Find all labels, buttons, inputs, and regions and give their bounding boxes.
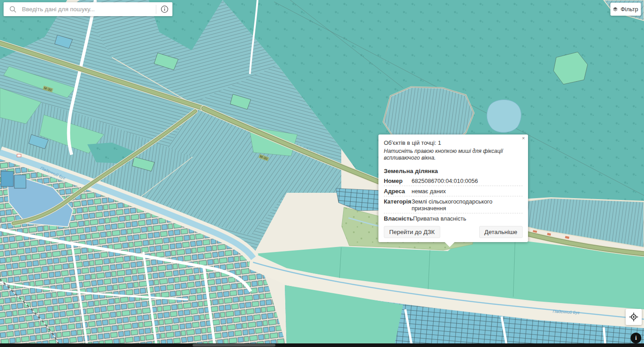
popup-field-row: Номер 6825086700:04:010:0056 [384, 176, 523, 186]
bottom-scrollbar [0, 343, 644, 347]
popup-field-row: Власність Приватна власність [384, 213, 523, 223]
popup-field-value: Землі сільськогосподарського призначення [412, 198, 523, 212]
info-popup: × Об'єктів в цій точці: 1 Натисніть прав… [378, 134, 528, 242]
search-input[interactable] [21, 5, 156, 13]
info-button[interactable]: i [631, 333, 641, 343]
popup-field-label: Номер [384, 178, 412, 184]
popup-field-row: Категорія Землі сільськогосподарського п… [384, 196, 523, 213]
details-button[interactable]: Детальніше [479, 226, 523, 238]
search-bar [4, 2, 172, 16]
popup-field-row: Адреса немає даних [384, 186, 523, 196]
search-icon [9, 6, 17, 13]
scrollbar-thumb[interactable] [193, 344, 275, 347]
popup-field-value: немає даних [412, 188, 523, 195]
search-info-button[interactable] [156, 5, 172, 14]
layers-icon [613, 6, 618, 12]
popup-close-icon[interactable]: × [522, 135, 525, 141]
filter-label: Фільтр [621, 6, 638, 13]
filter-button[interactable]: Фільтр [610, 3, 641, 16]
map-svg[interactable] [0, 0, 644, 347]
popup-objects-count: Об'єктів в цій точці: 1 [384, 139, 523, 147]
popup-field-label: Адреса [384, 188, 412, 195]
popup-field-value: 6825086700:04:010:0056 [412, 178, 523, 184]
map-canvas[interactable]: М-30 М-30 Південний Буг Південний Буг [0, 0, 644, 347]
goto-dzk-button[interactable]: Перейти до ДЗК [384, 226, 440, 238]
popup-field-value: Приватна власність [413, 215, 523, 222]
locate-button[interactable] [626, 309, 642, 325]
info-icon: i [635, 334, 637, 342]
popup-hint: Натисніть правою кнопкою миші для фіксац… [384, 148, 523, 161]
popup-section-title: Земельна ділянка [384, 167, 523, 175]
info-circle-icon [161, 5, 168, 13]
popup-pointer [445, 242, 455, 247]
popup-field-label: Категорія [384, 198, 412, 212]
popup-field-label: Власність [384, 215, 413, 222]
crosshair-icon [629, 312, 638, 321]
